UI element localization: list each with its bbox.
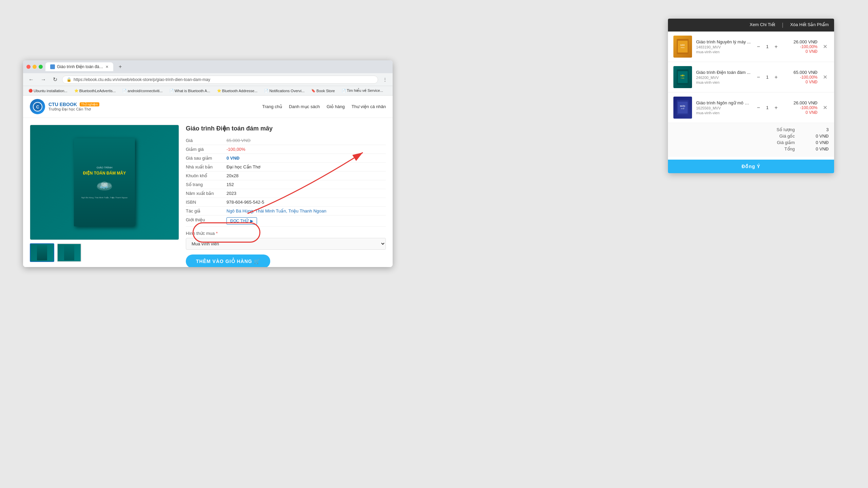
browser-window: Giáo trình Điện toán đám mây - ✕ + ← → ↻…	[23, 60, 393, 267]
cart-item-title-2: Giáo trình Điện toán đám ...	[696, 70, 751, 75]
cart-item-original-1: 26.000 VNĐ	[784, 39, 817, 44]
tab-favicon	[50, 64, 55, 69]
summary-row-qty: Số lượng 3	[673, 127, 829, 132]
bookmarks-bar: 🔴 Ubuntu installation... ⭐ BluetoothLeAd…	[23, 86, 393, 96]
new-tab-button[interactable]: +	[116, 63, 124, 70]
svg-text:COMPUTING: COMPUTING	[101, 185, 108, 187]
cart-item-image-1: GIÁO TRÌNH	[673, 36, 692, 58]
cart-item-price-3: 26.000 VNĐ -100,00% 0 VNĐ	[784, 100, 817, 115]
detail-row-format: Khuôn khổ 20x28	[186, 171, 386, 180]
cart-item-remove-1[interactable]: ✕	[822, 43, 829, 50]
summary-qty-value: 3	[808, 127, 829, 132]
bookmark-bluetooth-address[interactable]: ⭐ Bluetooth Addresse...	[214, 88, 260, 94]
bookmark-notifications[interactable]: 📄 Notifications Overvi...	[261, 88, 307, 94]
cart-item-qty-increase-1[interactable]: +	[773, 43, 780, 50]
summary-original-value: 0 VNĐ	[808, 134, 829, 139]
final-price-value: 0 VNĐ	[226, 156, 239, 161]
purchase-type-select[interactable]: Mua vĩnh viên	[186, 238, 386, 250]
browser-tab[interactable]: Giáo trình Điện toán đám mây - ✕	[45, 62, 113, 71]
publisher-value: Đại học Cần Thơ	[226, 164, 260, 169]
cart-item-type-2: mua-vinh-vien	[696, 80, 751, 84]
cart-item-final-3: 0 VNĐ	[784, 110, 817, 115]
reload-button[interactable]: ↻	[51, 75, 59, 84]
back-button[interactable]: ←	[26, 75, 36, 84]
product-image-section: GIÁO TRÌNH ĐIỆN TOÁN ĐÁM MÂY CLOUD COMPU…	[30, 125, 179, 267]
author-label: Tác giả	[186, 208, 226, 214]
isbn-value: 978-604-965-542-5	[226, 200, 264, 205]
cart-item-price-1: 26.000 VNĐ -100,00% 0 VNĐ	[784, 39, 817, 54]
cart-clear-link[interactable]: Xóa Hết Sản Phẩm	[790, 22, 829, 28]
cart-item-price-2: 65.000 VNĐ -100,00% 0 VNĐ	[784, 70, 817, 84]
nav-library[interactable]: Thư viện cá nhân	[352, 104, 386, 109]
thumbnail-1[interactable]	[30, 243, 54, 262]
cart-item-qty-decrease-3[interactable]: −	[755, 104, 762, 111]
cart-item-qty-increase-3[interactable]: +	[773, 104, 780, 111]
cart-item-qty-decrease-2[interactable]: −	[755, 74, 762, 81]
cart-confirm-button[interactable]: Đồng Ý	[668, 160, 834, 173]
cart-item-type-3: mua-vinh-vien	[696, 111, 751, 115]
cart-item-qty-increase-2[interactable]: +	[773, 74, 780, 81]
cart-item-code-3: 1625569_MVV	[696, 106, 751, 110]
publisher-label: Nhà xuất bản	[186, 164, 226, 169]
logo-icon: C	[30, 99, 45, 114]
close-window-btn[interactable]	[26, 65, 31, 69]
price-label: Giá	[186, 138, 226, 143]
year-value: 2023	[226, 191, 236, 196]
svg-text:GIÁO: GIÁO	[680, 44, 685, 46]
summary-row-discount: Giá giảm 0 VNĐ	[673, 140, 829, 145]
bookmark-book-store[interactable]: 🔖 Book Store	[309, 88, 337, 94]
tab-close-btn[interactable]: ✕	[105, 65, 108, 69]
book-authors-label: Ngô Bá Hùng, Thái Minh Tuấn, Triệu Thanh…	[81, 196, 128, 199]
cart-item-qty-decrease-1[interactable]: −	[755, 43, 762, 50]
cart-item-book-icon-2: ĐIỆN TOÁN	[677, 69, 689, 85]
nav-home[interactable]: Trang chủ	[262, 104, 282, 109]
bookmark-ubuntu[interactable]: 🔴 Ubuntu installation...	[26, 88, 70, 94]
nav-cart[interactable]: Giỏ hàng	[327, 104, 345, 109]
minimize-window-btn[interactable]	[33, 65, 37, 69]
book-giaoTrinh-label: GIÁO TRÌNH	[97, 166, 113, 169]
svg-text:CLOUD: CLOUD	[102, 183, 107, 185]
forward-button[interactable]: →	[39, 75, 48, 84]
detail-row-pages: Số trang 152	[186, 180, 386, 189]
cart-item-discount-2: -100,00%	[784, 75, 817, 80]
thumbnail-2[interactable]	[57, 243, 81, 262]
extensions-button[interactable]: ⋮	[381, 76, 389, 83]
read-trial-button[interactable]: ĐỌC THỬ ▶	[226, 217, 257, 225]
author-value[interactable]: Ngô Bá Hùng, Thái Minh Tuấn, Triệu Thanh…	[226, 208, 326, 214]
bookmark-bluetooth-advert[interactable]: ⭐ BluetoothLeAdvertis...	[72, 88, 119, 94]
cart-item-remove-2[interactable]: ✕	[822, 74, 829, 80]
bookmark-android[interactable]: 📄 android/connectiviti...	[120, 88, 165, 94]
cart-item-code-2: 246200_MVV	[696, 76, 751, 80]
book-cover: GIÁO TRÌNH ĐIỆN TOÁN ĐÁM MÂY CLOUD COMPU…	[74, 138, 135, 226]
pages-value: 152	[226, 182, 234, 187]
cart-item-discount-3: -100,00%	[784, 105, 817, 110]
svg-text:C: C	[36, 105, 39, 109]
nav-catalog[interactable]: Danh mục sách	[289, 104, 320, 109]
cart-item-qty-control-2: − 1 +	[755, 74, 780, 81]
cart-item: GIÁO TRÌNH Giáo trình Nguyên lý máy ... …	[668, 32, 834, 62]
address-text: https://ebook.ctu.edu.vn/vi/web/ebook-st…	[74, 77, 374, 82]
cart-item-remove-3[interactable]: ✕	[822, 104, 829, 111]
site-header: C CTU EBOOK Thử nghiệm Trường Đại học Cầ…	[23, 96, 393, 118]
cart-item-info-2: Giáo trình Điện toán đám ... 246200_MVV …	[696, 70, 751, 84]
maximize-window-btn[interactable]	[39, 65, 43, 69]
svg-text:TOÁN: TOÁN	[680, 77, 684, 79]
summary-original-label: Giá gốc	[779, 134, 795, 139]
logo-text: CTU EBOOK Thử nghiệm Trường Đại học Cần …	[48, 102, 99, 111]
add-to-cart-button[interactable]: THÊM VÀO GIỎ HÀNG 🛒	[186, 255, 270, 267]
address-bar[interactable]: 🔒 https://ebook.ctu.edu.vn/vi/web/ebook-…	[62, 76, 378, 84]
book-cloud-svg: CLOUD COMPUTING	[94, 179, 115, 192]
cart-item-final-1: 0 VNĐ	[784, 49, 817, 54]
detail-row-author: Tác giả Ngô Bá Hùng, Thái Minh Tuấn, Tri…	[186, 207, 386, 216]
svg-text:ĐIỆN: ĐIỆN	[680, 74, 685, 77]
bookmark-service[interactable]: 📄 Tim hiểu về Service...	[339, 88, 386, 94]
cart-view-detail-link[interactable]: Xem Chi Tiết	[750, 22, 775, 28]
cart-item-image-3: NGÔN NGỮ	[673, 97, 692, 119]
summary-qty-label: Số lượng	[776, 127, 795, 132]
bookmark-what-is-bluetooth[interactable]: 📄 What is Bluetooth A...	[167, 88, 213, 94]
browser-titlebar: Giáo trình Điện toán đám mây - ✕ +	[23, 60, 393, 73]
cart-panel: Xem Chi Tiết | Xóa Hết Sản Phẩm GIÁO TRÌ…	[668, 19, 834, 173]
cart-item-qty-1: 1	[765, 44, 770, 49]
detail-row-publisher: Nhà xuất bản Đại học Cần Thơ	[186, 163, 386, 171]
svg-text:NGÔN: NGÔN	[680, 105, 685, 107]
